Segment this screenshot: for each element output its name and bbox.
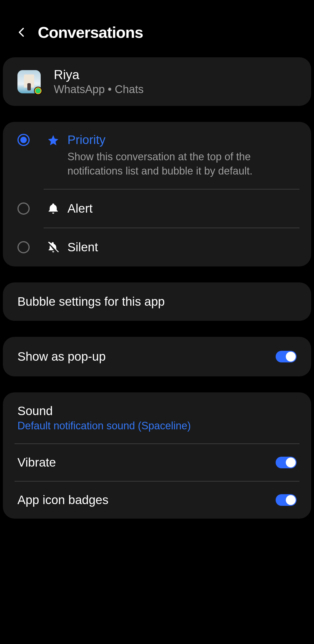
header: Conversations [0, 0, 314, 53]
bell-icon [47, 202, 59, 215]
bell-off-icon [47, 241, 59, 253]
back-icon[interactable] [15, 25, 29, 40]
contact-card[interactable]: Riya WhatsApp • Chats [3, 57, 311, 106]
page-title: Conversations [38, 23, 143, 41]
option-silent[interactable]: Silent [3, 228, 311, 266]
popup-toggle[interactable] [276, 351, 297, 362]
priority-options-card: Priority Show this conversation at the t… [3, 122, 311, 266]
sound-label: Sound [17, 404, 297, 418]
vibrate-label: Vibrate [17, 456, 276, 469]
avatar [17, 70, 41, 93]
sound-value: Default notification sound (Spaceline) [17, 420, 297, 432]
radio-silent[interactable] [17, 241, 30, 253]
radio-priority[interactable] [17, 134, 30, 146]
option-alert[interactable]: Alert [3, 189, 311, 228]
badges-label: App icon badges [17, 493, 276, 507]
settings-card: Sound Default notification sound (Spacel… [3, 392, 311, 519]
option-silent-title: Silent [67, 240, 297, 254]
contact-subtitle: WhatsApp • Chats [54, 83, 297, 96]
vibrate-toggle[interactable] [276, 457, 297, 468]
star-icon [47, 133, 59, 146]
app-badge-icon [34, 87, 42, 95]
bubble-settings[interactable]: Bubble settings for this app [3, 282, 311, 321]
popup-label: Show as pop-up [17, 350, 106, 364]
sound-setting[interactable]: Sound Default notification sound (Spacel… [3, 392, 311, 444]
bubble-settings-label: Bubble settings for this app [17, 295, 297, 309]
radio-alert[interactable] [17, 202, 30, 215]
option-priority[interactable]: Priority Show this conversation at the t… [3, 122, 311, 189]
badges-toggle[interactable] [276, 494, 297, 506]
option-alert-title: Alert [67, 202, 297, 216]
option-priority-title: Priority [67, 133, 297, 147]
show-as-popup[interactable]: Show as pop-up [3, 337, 311, 376]
vibrate-setting[interactable]: Vibrate [3, 444, 311, 481]
option-priority-desc: Show this conversation at the top of the… [67, 150, 297, 178]
contact-name: Riya [54, 67, 297, 82]
badges-setting[interactable]: App icon badges [3, 481, 311, 519]
